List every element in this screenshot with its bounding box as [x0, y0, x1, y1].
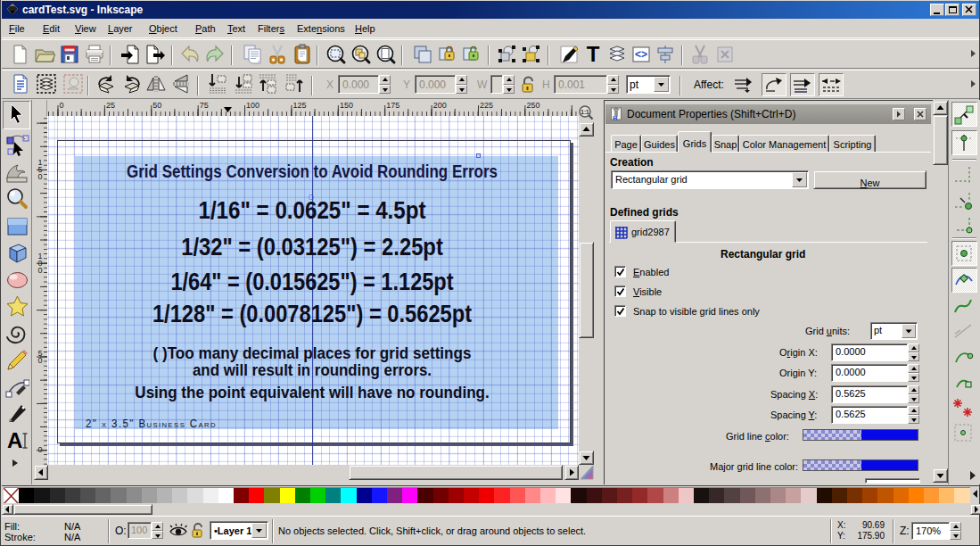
svg-text:H: H	[613, 115, 617, 121]
svg-text:1:1: 1:1	[581, 109, 589, 115]
svg-text:<>: <>	[635, 48, 647, 61]
svg-text:T: T	[587, 44, 600, 65]
svg-text:A: A	[7, 428, 22, 452]
